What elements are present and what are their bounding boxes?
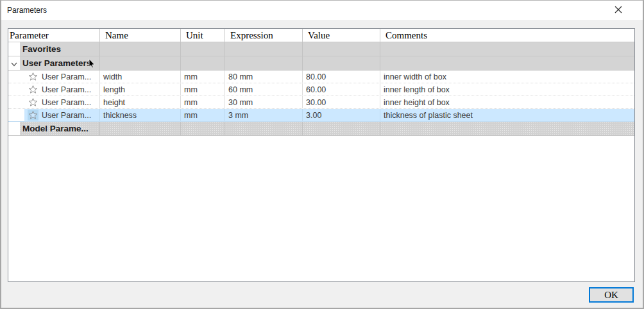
expression-cell[interactable]: 3 mm xyxy=(225,109,303,121)
chevron-down-icon[interactable] xyxy=(11,58,17,69)
parameter-type-label: User Param... xyxy=(42,98,91,107)
parameters-dialog: Parameters Parameter Name Unit Expressio… xyxy=(0,0,644,309)
column-header-parameter[interactable]: Parameter xyxy=(8,29,100,42)
name-cell[interactable]: thickness xyxy=(100,109,181,121)
unit-cell: mm xyxy=(181,83,225,96)
column-header-expression[interactable]: Expression xyxy=(225,29,303,42)
parameter-row-width[interactable]: User Param... width mm 80 mm 80.00 inner… xyxy=(8,71,634,83)
table-header-row: Parameter Name Unit Expression Value Com… xyxy=(8,29,634,42)
parameter-row-length[interactable]: User Param... length mm 60 mm 60.00 inne… xyxy=(8,83,634,96)
name-cell[interactable]: length xyxy=(100,83,181,96)
comments-cell[interactable]: thickness of plastic sheet xyxy=(380,109,634,121)
expression-cell[interactable]: 80 mm xyxy=(225,71,303,83)
model-parameters-gutter xyxy=(8,122,20,135)
dialog-content: Parameter Name Unit Expression Value Com… xyxy=(1,20,643,308)
name-cell[interactable]: width xyxy=(100,71,181,83)
star-outline-icon[interactable] xyxy=(28,71,38,82)
comments-cell[interactable]: inner width of box xyxy=(380,71,634,83)
close-x-icon xyxy=(614,6,622,15)
section-row-user-parameters[interactable]: User Parameters xyxy=(8,56,634,71)
value-cell: 30.00 xyxy=(303,96,380,108)
unit-cell: mm xyxy=(181,71,225,83)
ok-button[interactable]: OK xyxy=(589,287,634,303)
comments-cell[interactable]: inner height of box xyxy=(380,96,634,108)
comments-cell[interactable]: inner length of box xyxy=(380,83,634,96)
parameter-type-label: User Param... xyxy=(42,111,91,120)
value-cell: 3.00 xyxy=(303,109,380,121)
value-cell: 80.00 xyxy=(303,71,380,83)
column-header-comments[interactable]: Comments xyxy=(380,29,634,42)
section-label-favorites: Favorites xyxy=(20,42,100,56)
dialog-title: Parameters xyxy=(7,6,47,15)
section-label-user-parameters: User Parameters xyxy=(20,56,100,70)
column-header-value[interactable]: Value xyxy=(303,29,380,42)
star-outline-icon[interactable] xyxy=(28,97,38,108)
table-empty-area xyxy=(8,136,634,282)
column-header-unit[interactable]: Unit xyxy=(181,29,225,42)
column-header-name[interactable]: Name xyxy=(100,29,181,42)
favorites-gutter xyxy=(8,42,20,56)
titlebar: Parameters xyxy=(1,1,643,20)
close-button[interactable] xyxy=(607,1,630,20)
section-row-favorites[interactable]: Favorites xyxy=(8,42,634,56)
value-cell: 60.00 xyxy=(303,83,380,96)
parameter-row-thickness[interactable]: User Param... thickness mm 3 mm 3.00 thi… xyxy=(8,109,634,122)
expression-cell[interactable]: 60 mm xyxy=(225,83,303,96)
expression-cell[interactable]: 30 mm xyxy=(225,96,303,108)
user-parameters-gutter xyxy=(8,56,20,70)
star-outline-icon[interactable] xyxy=(28,110,38,121)
parameter-type-label: User Param... xyxy=(42,85,91,94)
section-row-model-parameters[interactable]: Model Parame... xyxy=(8,122,634,136)
name-cell[interactable]: height xyxy=(100,96,181,108)
section-label-model-parameters: Model Parame... xyxy=(20,122,100,135)
parameter-type-label: User Param... xyxy=(42,72,91,81)
unit-cell: mm xyxy=(181,109,225,121)
unit-cell: mm xyxy=(181,96,225,108)
parameter-row-height[interactable]: User Param... height mm 30 mm 30.00 inne… xyxy=(8,96,634,109)
parameters-table: Parameter Name Unit Expression Value Com… xyxy=(8,28,635,282)
star-outline-icon[interactable] xyxy=(28,84,38,95)
